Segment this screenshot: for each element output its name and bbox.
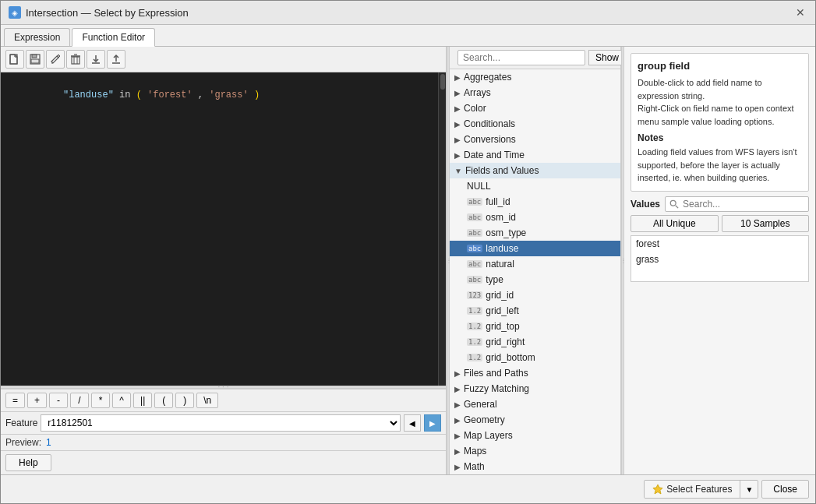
op-minus[interactable]: - (49, 393, 68, 408)
svg-point-19 (670, 200, 676, 206)
group-conditionals-label: Conditionals (464, 118, 515, 129)
edit-button[interactable] (46, 50, 65, 69)
function-search-input[interactable] (457, 50, 585, 65)
field-type[interactable]: abc type (450, 272, 620, 287)
group-fuzzy-matching-header[interactable]: ▶ Fuzzy Matching (450, 381, 620, 397)
samples-button[interactable]: 10 Samples (722, 215, 810, 232)
help-button[interactable]: Help (5, 454, 51, 471)
group-conversions-label: Conversions (464, 134, 516, 145)
select-features-dropdown[interactable]: ▼ (740, 481, 758, 498)
op-pow[interactable]: ^ (112, 393, 131, 408)
field-label: grid_bottom (486, 352, 535, 363)
close-icon[interactable]: ✕ (793, 5, 807, 19)
value-grass[interactable]: grass (631, 252, 808, 267)
group-conditionals-header[interactable]: ▶ Conditionals (450, 116, 620, 132)
group-conditionals: ▶ Conditionals (450, 116, 620, 132)
code-display: "landuse" in ( 'forest' , 'grass' ) (7, 79, 440, 111)
field-label: grid_id (486, 290, 514, 301)
import-button[interactable] (87, 50, 105, 69)
tab-function-editor[interactable]: Function Editor (72, 28, 155, 47)
value-forest[interactable]: forest (631, 236, 808, 252)
group-general-label: General (464, 399, 497, 410)
field-label: type (486, 274, 503, 285)
group-arrays: ▶ Arrays (450, 85, 620, 100)
field-grid_left[interactable]: 1.2 grid_left (450, 303, 620, 319)
tab-expression[interactable]: Expression (4, 28, 70, 46)
group-geometry-label: Geometry (464, 414, 505, 425)
group-aggregates-label: Aggregates (464, 72, 511, 83)
group-math-header[interactable]: ▶ Math (450, 459, 620, 474)
op-mul[interactable]: * (91, 393, 110, 408)
bottom-bar: Select Features ▼ Close (1, 474, 815, 503)
op-div[interactable]: / (70, 393, 89, 408)
group-date-time-header[interactable]: ▶ Date and Time (450, 147, 620, 163)
field-label: grid_top (486, 321, 519, 332)
field-null[interactable]: NULL (450, 178, 620, 194)
all-unique-button[interactable]: All Unique (631, 215, 719, 232)
values-search-input[interactable] (665, 196, 809, 212)
op-lparen[interactable]: ( (154, 393, 173, 408)
field-grid_top[interactable]: 1.2 grid_top (450, 319, 620, 334)
title-bar: ◈ Intersection — Select by Expression ✕ (1, 1, 815, 25)
export-button[interactable] (107, 50, 125, 69)
group-aggregates-header[interactable]: ▶ Aggregates (450, 69, 620, 85)
info-box: group field Double-click to add field na… (631, 53, 809, 192)
op-concat[interactable]: || (133, 393, 152, 408)
function-search-bar: Show Values (450, 47, 620, 69)
op-rparen[interactable]: ) (175, 393, 194, 408)
main-window: ◈ Intersection — Select by Expression ✕ … (0, 0, 816, 504)
delete-button[interactable] (66, 50, 85, 69)
group-color-header[interactable]: ▶ Color (450, 100, 620, 116)
group-math: ▶ Math (450, 459, 620, 474)
field-label: landuse (486, 243, 518, 254)
function-groups-list: ▶ Aggregates ▶ Arrays ▶ Color (450, 69, 620, 474)
op-equals[interactable]: = (5, 393, 25, 408)
right-panel: group field Double-click to add field na… (624, 47, 815, 474)
app-icon: ◈ (9, 6, 21, 19)
field-osm_id[interactable]: abc osm_id (450, 210, 620, 225)
preview-value: 1 (46, 437, 51, 448)
expression-editor[interactable]: "landuse" in ( 'forest' , 'grass' ) (1, 72, 446, 386)
field-natural[interactable]: abc natural (450, 256, 620, 272)
select-features-icon (652, 484, 663, 495)
group-maps-header[interactable]: ▶ Maps (450, 443, 620, 459)
group-fields-values-header[interactable]: ▼ Fields and Values (450, 163, 620, 178)
operator-bar: = + - / * ^ || ( ) \n (1, 389, 446, 411)
group-conversions-header[interactable]: ▶ Conversions (450, 132, 620, 147)
info-description: Double-click to add field name to expres… (638, 76, 802, 128)
field-osm_type[interactable]: abc osm_type (450, 225, 620, 241)
field-grid_bottom[interactable]: 1.2 grid_bottom (450, 350, 620, 365)
values-header: Values (631, 196, 809, 212)
editor-scrollbar[interactable] (438, 72, 446, 386)
op-newline[interactable]: \n (196, 393, 218, 408)
svg-line-20 (676, 205, 678, 207)
values-buttons: All Unique 10 Samples (631, 215, 809, 232)
window-title: Intersection — Select by Expression (26, 7, 189, 19)
new-button[interactable] (5, 50, 24, 69)
field-label: natural (486, 259, 514, 270)
group-map-layers-header[interactable]: ▶ Map Layers (450, 428, 620, 443)
field-grid_right[interactable]: 1.2 grid_right (450, 334, 620, 350)
group-general-header[interactable]: ▶ General (450, 397, 620, 412)
op-plus[interactable]: + (27, 393, 47, 408)
close-button[interactable]: Close (761, 480, 809, 499)
group-geometry-header[interactable]: ▶ Geometry (450, 412, 620, 428)
editor-toolbar (1, 47, 446, 72)
group-files-paths-header[interactable]: ▶ Files and Paths (450, 365, 620, 381)
feature-select[interactable]: r11812501 (41, 414, 401, 432)
feature-next-button[interactable]: ▶ (424, 414, 441, 432)
select-features-button[interactable]: Select Features (645, 481, 740, 498)
group-maps: ▶ Maps (450, 443, 620, 459)
select-features-label: Select Features (666, 484, 732, 495)
field-grid_id[interactable]: 123 grid_id (450, 287, 620, 303)
field-landuse[interactable]: abc landuse (450, 241, 620, 256)
save-button[interactable] (26, 50, 44, 69)
group-arrays-header[interactable]: ▶ Arrays (450, 85, 620, 100)
group-fields-values: ▼ Fields and Values NULL abc full_id abc… (450, 163, 620, 365)
group-arrays-label: Arrays (464, 87, 491, 98)
feature-prev-button[interactable]: ◀ (404, 414, 421, 432)
group-fuzzy-matching: ▶ Fuzzy Matching (450, 381, 620, 397)
group-files-paths-label: Files and Paths (464, 368, 528, 379)
field-full_id[interactable]: abc full_id (450, 194, 620, 210)
feature-bar: Feature r11812501 ◀ ▶ (1, 411, 446, 434)
